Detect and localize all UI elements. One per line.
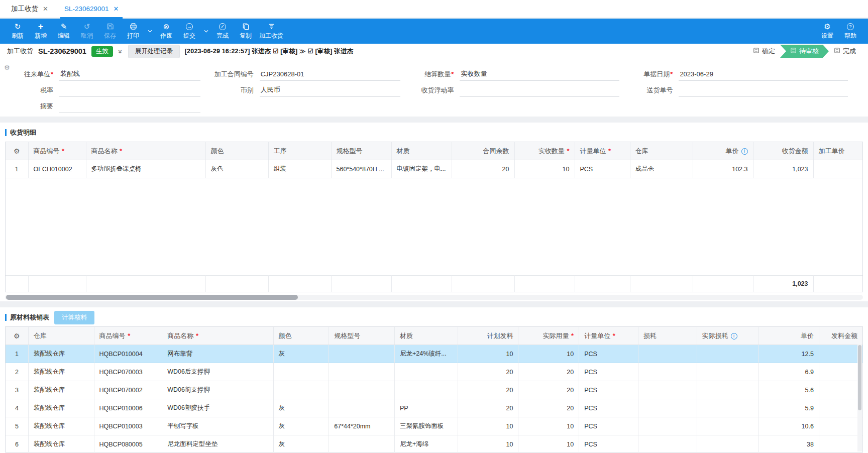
vertical-scrollbar[interactable] — [857, 344, 862, 451]
table-cell[interactable] — [697, 435, 758, 453]
table-cell[interactable] — [819, 381, 862, 399]
table-cell[interactable]: OFCH010002 — [28, 160, 86, 178]
column-header[interactable]: 工序 — [268, 142, 331, 160]
table-cell[interactable]: WD06前支撑脚 — [162, 381, 273, 399]
table-cell[interactable]: PCS — [575, 160, 630, 178]
column-header[interactable]: 计划发料 — [458, 327, 518, 345]
table-cell[interactable]: 灰 — [273, 399, 329, 417]
table-cell[interactable]: 5.9 — [758, 399, 819, 417]
table-cell[interactable]: 20 — [458, 381, 518, 399]
column-header[interactable]: 收货金额 — [753, 142, 813, 160]
table-cell[interactable]: PCS — [579, 363, 638, 381]
column-header[interactable]: 颜色 — [205, 142, 268, 160]
table-cell[interactable] — [638, 417, 697, 435]
table-cell[interactable] — [697, 417, 758, 435]
table-cell[interactable]: 灰色 — [205, 160, 268, 178]
table-cell[interactable]: PP — [395, 399, 458, 417]
table-cell[interactable]: 20 — [452, 160, 514, 178]
table-cell[interactable]: 尼龙+24%玻纤... — [395, 345, 458, 363]
table-row[interactable]: 5装配线仓库HQBCP010003平刨写字板灰67*44*20mm三聚氰胺饰面板… — [6, 417, 862, 435]
table-cell[interactable]: 20 — [518, 399, 579, 417]
table-cell[interactable] — [697, 381, 758, 399]
column-header[interactable]: 损耗 — [638, 327, 697, 345]
table-row[interactable]: 4装配线仓库HQBCP010006WD06塑胶扶手灰PP2020PCS5.9 — [6, 399, 862, 417]
column-settings-gear-icon[interactable]: ⚙ — [6, 142, 28, 160]
table-cell[interactable] — [697, 345, 758, 363]
table-cell[interactable] — [329, 363, 395, 381]
table-cell[interactable]: 10 — [518, 417, 579, 435]
table-cell[interactable]: 6.9 — [758, 363, 819, 381]
toolbar-button-refresh[interactable]: ↻刷新 — [6, 20, 29, 43]
table-cell[interactable] — [819, 417, 862, 435]
table-cell[interactable]: PCS — [579, 399, 638, 417]
table-cell[interactable]: 10 — [514, 160, 575, 178]
tab-processing-receipt[interactable]: 加工收货 ✕ — [3, 0, 56, 18]
column-settings-gear-icon[interactable]: ⚙ — [6, 327, 28, 345]
table-cell[interactable]: PCS — [579, 345, 638, 363]
table-cell[interactable]: 20 — [518, 381, 579, 399]
table-cell[interactable]: 装配线仓库 — [28, 381, 94, 399]
column-header[interactable]: 颜色 — [273, 327, 329, 345]
column-header[interactable]: 计量单位 * — [575, 142, 630, 160]
table-cell[interactable]: WD06塑胶扶手 — [162, 399, 273, 417]
table-cell[interactable] — [819, 399, 862, 417]
tab-document-sl230629001[interactable]: SL-230629001 ✕ — [56, 0, 127, 18]
field-input[interactable] — [59, 86, 200, 97]
close-icon[interactable]: ✕ — [43, 5, 48, 13]
table-cell[interactable]: PCS — [579, 381, 638, 399]
column-header[interactable]: 仓库 — [630, 142, 693, 160]
table-cell[interactable] — [819, 363, 862, 381]
table-cell[interactable]: 电镀固定架，电... — [391, 160, 452, 178]
column-header[interactable]: 规格型号 — [331, 142, 391, 160]
column-header[interactable]: 实际用量 * — [518, 327, 579, 345]
table-cell[interactable]: PCS — [579, 435, 638, 453]
table-cell[interactable] — [329, 399, 395, 417]
close-icon[interactable]: ✕ — [114, 5, 119, 13]
table-cell[interactable]: 1,023 — [753, 160, 813, 178]
toolbar-button-complete[interactable]: ✓完成 — [211, 20, 234, 43]
table-row[interactable]: 1OFCH010002多功能折叠课桌椅灰色组装560*540*870H ...电… — [6, 160, 862, 178]
scrollbar-thumb[interactable] — [6, 295, 298, 300]
table-cell[interactable] — [819, 345, 862, 363]
table-cell[interactable] — [813, 160, 862, 178]
table-cell[interactable]: 10 — [518, 345, 579, 363]
table-cell[interactable]: 12.5 — [758, 345, 819, 363]
table-cell[interactable] — [697, 399, 758, 417]
table-cell[interactable]: 装配线仓库 — [28, 363, 94, 381]
field-input[interactable] — [460, 86, 619, 97]
field-input[interactable]: CJP230628-01 — [260, 70, 401, 81]
column-header[interactable]: 计量单位 * — [579, 327, 638, 345]
toolbar-button-plus[interactable]: +新增 — [29, 20, 52, 43]
table-row[interactable]: 1装配线仓库HQBCP010004网布靠背灰尼龙+24%玻纤...1010PCS… — [6, 345, 862, 363]
field-input[interactable]: 装配线 — [59, 69, 200, 81]
form-settings-gear-icon[interactable]: ⚙ — [4, 64, 10, 71]
table-cell[interactable]: 10 — [518, 435, 579, 453]
table-cell[interactable]: 网布靠背 — [162, 345, 273, 363]
column-header[interactable]: 加工单价 — [813, 142, 862, 160]
table-cell[interactable] — [329, 345, 395, 363]
column-header[interactable]: 规格型号 — [329, 327, 395, 345]
table-cell[interactable]: 38 — [758, 435, 819, 453]
table-cell[interactable] — [638, 363, 697, 381]
table-cell[interactable]: 灰 — [273, 435, 329, 453]
column-header[interactable]: 单价 — [758, 327, 819, 345]
toolbar-button-edit[interactable]: ✎编辑 — [52, 20, 75, 43]
table-cell[interactable]: HQBCP010006 — [94, 399, 162, 417]
table-cell[interactable]: 10.6 — [758, 417, 819, 435]
table-cell[interactable]: 102.3 — [693, 160, 753, 178]
field-input[interactable]: 2023-06-29 — [679, 70, 848, 81]
toolbar-button-receipt[interactable]: 加工收货 — [257, 20, 285, 43]
column-header[interactable]: 材质 — [391, 142, 452, 160]
table-cell[interactable]: 20 — [458, 363, 518, 381]
table-cell[interactable]: HQBCP010004 — [94, 345, 162, 363]
column-header[interactable]: 材质 — [395, 327, 458, 345]
table-cell[interactable]: 10 — [458, 435, 518, 453]
table-cell[interactable] — [273, 363, 329, 381]
column-header[interactable]: 商品名称 * — [162, 327, 273, 345]
expand-chevrons-icon[interactable]: » — [117, 50, 125, 53]
toolbar-button-submit[interactable]: →提交 — [178, 20, 201, 43]
table-cell[interactable]: 20 — [458, 399, 518, 417]
field-input[interactable]: 人民币 — [260, 85, 401, 97]
table-cell[interactable]: PCS — [579, 417, 638, 435]
table-cell[interactable]: 10 — [458, 417, 518, 435]
